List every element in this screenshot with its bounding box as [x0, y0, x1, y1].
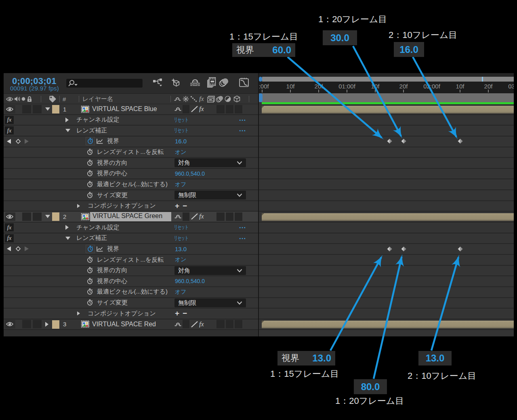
stopwatch-icon[interactable]	[87, 147, 93, 157]
group-disclosure-triangle[interactable]	[65, 225, 69, 230]
column-lock-icon[interactable]	[27, 94, 32, 104]
layer-lock-box[interactable]	[33, 105, 42, 113]
composite-options-row[interactable]: コンポジットオプション + −	[4, 309, 258, 319]
layer-row[interactable]: 2 VIRTUAL SPACE Green fx	[4, 212, 258, 223]
layer-motion-blur-box[interactable]	[226, 320, 234, 328]
property-row[interactable]: レンズディスト...を反転オン	[4, 255, 258, 266]
keyframe-diamond[interactable]	[458, 246, 463, 252]
property-group-row[interactable]: fx チャンネル設定 リセット ...	[4, 115, 258, 126]
property-name[interactable]: レンズディスト...を反転	[97, 256, 164, 264]
keyframe-diamond[interactable]	[458, 139, 463, 144]
group-disclosure-triangle[interactable]	[65, 237, 70, 240]
stopwatch-icon[interactable]	[87, 266, 93, 275]
layer-color-swatch[interactable]	[52, 105, 59, 113]
property-row[interactable]: 視界 13.0	[4, 244, 258, 255]
property-name[interactable]: 視界の中心	[97, 277, 127, 285]
property-name[interactable]: レンズディスト...を反転	[97, 148, 164, 156]
stopwatch-icon[interactable]	[87, 287, 93, 297]
track-row[interactable]	[259, 190, 514, 201]
navigator-playhead[interactable]	[482, 77, 483, 82]
layer-name[interactable]: VIRTUAL SPACE Blue	[92, 105, 157, 113]
layer-quality-icon[interactable]	[191, 319, 198, 329]
hide-shy-layers-icon[interactable]	[190, 77, 200, 88]
layer-quality-icon[interactable]	[191, 212, 198, 221]
column-index-label[interactable]: #	[63, 94, 66, 104]
layer-collapse-box[interactable]	[183, 105, 189, 113]
frame-blending-icon[interactable]	[206, 77, 216, 88]
property-value[interactable]: オン	[175, 256, 187, 263]
group-disclosure-triangle[interactable]	[65, 129, 70, 132]
property-row[interactable]: 視界の中心960.0,540.0	[4, 169, 258, 180]
stopwatch-icon[interactable]	[86, 245, 95, 253]
column-audio-icon[interactable]	[14, 94, 21, 104]
track-row[interactable]	[259, 169, 514, 180]
keyframe-diamond[interactable]	[387, 139, 392, 144]
property-value[interactable]: オン	[175, 149, 187, 156]
keyframe-diamond[interactable]	[401, 139, 406, 144]
column-adjustment-icon[interactable]	[225, 94, 231, 104]
graph-toggle-icon[interactable]	[96, 244, 103, 254]
fx-badge[interactable]: fx	[5, 116, 14, 124]
composition-mini-flowchart-icon[interactable]	[153, 77, 163, 88]
column-layer-name-label[interactable]: レイヤー名	[82, 94, 113, 104]
column-collapse-icon[interactable]	[183, 94, 189, 104]
property-dropdown[interactable]: 対角	[174, 266, 246, 275]
property-row[interactable]: 視界の中心960.0,540.0	[4, 276, 258, 287]
column-video-eye-icon[interactable]	[6, 94, 13, 104]
group-reset[interactable]: リセット	[174, 116, 189, 124]
remove-composite-option[interactable]: −	[183, 309, 187, 318]
property-name[interactable]: 最適ピクセル(...効にする)	[97, 288, 168, 296]
group-disclosure-triangle[interactable]	[77, 311, 80, 315]
track-row[interactable]	[259, 255, 514, 266]
next-keyframe-arrow[interactable]	[25, 246, 29, 251]
layer-thumbnail-icon[interactable]	[81, 104, 90, 114]
layer-thumbnail-icon[interactable]	[81, 319, 90, 329]
property-row[interactable]: サイズ変更無制限	[4, 190, 258, 201]
layer-duration-bar[interactable]	[262, 213, 514, 221]
group-more-options[interactable]: ...	[239, 115, 246, 123]
stopwatch-icon[interactable]	[87, 169, 93, 178]
group-reset[interactable]: リセット	[174, 235, 189, 242]
remove-composite-option[interactable]: −	[183, 202, 187, 210]
track-row[interactable]	[259, 201, 514, 212]
property-name[interactable]: 視界の方向	[97, 267, 127, 274]
layer-frame-blend-box[interactable]	[216, 212, 225, 221]
group-reset[interactable]: リセット	[174, 224, 189, 231]
layer-frame-blend-box[interactable]	[216, 105, 225, 113]
layer-solo-box[interactable]	[22, 105, 31, 113]
group-name[interactable]: コンポジットオプション	[88, 310, 156, 317]
group-more-options[interactable]: ...	[239, 233, 246, 241]
property-row[interactable]: 視界の方向対角	[4, 158, 258, 169]
property-value[interactable]: 13.0	[175, 246, 187, 252]
add-keyframe-diamond[interactable]	[15, 136, 21, 146]
fx-badge[interactable]: fx	[5, 234, 14, 242]
property-dropdown[interactable]: 対角	[174, 158, 246, 167]
track-row[interactable]	[259, 115, 514, 126]
property-name[interactable]: 視界の方向	[97, 159, 127, 167]
layer-name-selected[interactable]: VIRTUAL SPACE Green	[90, 212, 171, 221]
track-row[interactable]	[259, 104, 514, 115]
layer-duration-bar[interactable]	[262, 321, 514, 328]
time-ruler[interactable]: 0:00f 10f 20f 01:00f 10f 20f 02:00f 10f …	[259, 82, 514, 94]
layer-lock-box[interactable]	[33, 212, 42, 221]
layer-row[interactable]: 3 VIRTUAL SPACE Red fx	[4, 319, 258, 330]
layer-collapse-box[interactable]	[183, 320, 189, 328]
track-row[interactable]	[259, 233, 514, 244]
track-row[interactable]	[259, 136, 514, 147]
add-composite-option[interactable]: +	[175, 309, 179, 318]
fx-badge[interactable]: fx	[5, 223, 14, 231]
layer-motion-blur-box[interactable]	[226, 105, 234, 113]
column-fx-icon[interactable]: fx	[199, 94, 207, 104]
property-row[interactable]: 最適ピクセル(...効にする)オフ	[4, 287, 258, 298]
property-value[interactable]: オフ	[175, 288, 187, 296]
motion-blur-icon[interactable]	[219, 77, 229, 88]
layer-disclosure-triangle[interactable]	[45, 215, 50, 218]
track-row[interactable]	[259, 309, 514, 319]
layer-lock-box[interactable]	[33, 320, 42, 328]
track-row[interactable]	[259, 147, 514, 158]
track-row[interactable]	[259, 179, 514, 190]
track-row[interactable]	[259, 244, 514, 255]
composite-options-row[interactable]: コンポジットオプション + −	[4, 201, 258, 212]
track-row[interactable]	[259, 287, 514, 298]
layer-visibility-eye-icon[interactable]	[6, 104, 13, 114]
